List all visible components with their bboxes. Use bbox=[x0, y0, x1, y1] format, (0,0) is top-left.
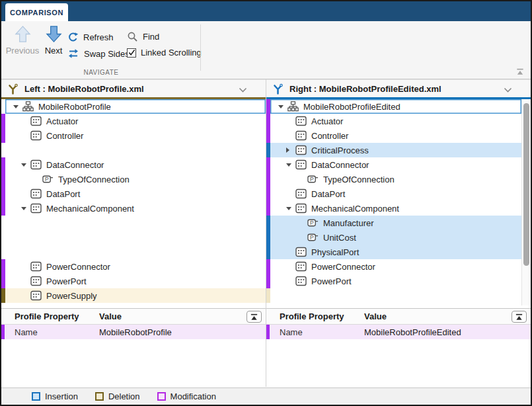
expander-icon[interactable] bbox=[21, 160, 30, 169]
chevron-down-icon[interactable] bbox=[239, 87, 247, 93]
branch-icon bbox=[272, 83, 284, 95]
legend-bar: Insertion Deletion Modification bbox=[1, 387, 531, 405]
tree-item-label: TypeOfConnection bbox=[58, 175, 130, 184]
tree-item[interactable]: Actuator bbox=[270, 114, 521, 128]
chevron-down-icon[interactable] bbox=[504, 87, 512, 93]
stereotype-icon bbox=[295, 203, 307, 214]
tree-item[interactable]: DataPort bbox=[270, 186, 521, 201]
next-label: Next bbox=[45, 46, 63, 56]
comparison-window: COMPARISON Previous Next Refresh Swap Si… bbox=[0, 0, 532, 406]
stereotype-icon bbox=[295, 188, 307, 199]
stereotype-icon bbox=[30, 276, 42, 286]
tree-item-inserted[interactable]: CriticalProcess bbox=[270, 143, 521, 157]
tab-comparison[interactable]: COMPARISON bbox=[5, 3, 68, 21]
tree-item-label: MobileRobotProfile bbox=[38, 102, 111, 112]
toolbar-separator bbox=[200, 24, 201, 71]
refresh-button[interactable]: Refresh bbox=[67, 32, 114, 43]
right-file-header[interactable]: Right : MobileRobotProfileEdited.xml bbox=[266, 79, 531, 99]
tree-item[interactable]: PowerPort bbox=[270, 274, 521, 288]
property-icon bbox=[307, 218, 319, 228]
tree-gap-row bbox=[5, 216, 266, 230]
tree-item-root[interactable]: MobileRobotProfileEdited bbox=[270, 99, 521, 114]
collapse-table-button[interactable] bbox=[247, 311, 262, 323]
stereotype-icon bbox=[295, 116, 307, 126]
toolbar-collapse-icon[interactable] bbox=[515, 67, 525, 76]
tree-item-inserted[interactable]: Manufacturer bbox=[270, 216, 521, 230]
left-file-header[interactable]: Left : MobileRobotProfile.xml bbox=[1, 79, 266, 99]
tree-item[interactable]: TypeOfConnection bbox=[270, 172, 521, 186]
search-icon bbox=[127, 31, 138, 42]
expander-icon[interactable] bbox=[286, 145, 295, 155]
tree-item[interactable]: DataConnector bbox=[5, 157, 266, 172]
property-name-cell: Name bbox=[266, 327, 364, 337]
vertical-scrollbar[interactable] bbox=[521, 99, 531, 305]
tree-item-label: CriticalProcess bbox=[311, 145, 369, 155]
title-tab-strip: COMPARISON bbox=[1, 1, 531, 21]
tree-item-deleted[interactable]: PowerSupply bbox=[5, 288, 266, 303]
tree-item-label: Actuator bbox=[311, 116, 343, 126]
insertion-swatch-icon bbox=[32, 392, 40, 401]
deletion-swatch-icon bbox=[95, 392, 104, 401]
find-button[interactable]: Find bbox=[127, 31, 159, 42]
tree-item[interactable]: Controller bbox=[270, 128, 521, 143]
tree-item[interactable]: TypeOfConnection bbox=[5, 172, 266, 186]
tree-item-inserted[interactable]: UnitCost bbox=[270, 230, 521, 245]
expander-icon[interactable] bbox=[286, 204, 295, 213]
tree-item-label: PhysicalPort bbox=[311, 247, 359, 257]
left-file-title: Left : MobileRobotProfile.xml bbox=[24, 84, 144, 94]
tree-item-label: PowerSupply bbox=[46, 291, 97, 301]
tree-item[interactable]: PowerConnector bbox=[270, 259, 521, 274]
tree-item[interactable]: Actuator bbox=[5, 114, 266, 128]
swap-icon bbox=[67, 48, 79, 59]
checkbox-checked-icon[interactable] bbox=[127, 48, 136, 58]
stereotype-icon bbox=[30, 159, 42, 170]
tree-item[interactable]: MechanicalComponent bbox=[5, 201, 266, 216]
swap-sides-button[interactable]: Swap Sides bbox=[67, 48, 130, 59]
tree-item-label: TypeOfConnection bbox=[323, 175, 395, 184]
property-value-cell: MobileRobotProfile bbox=[99, 327, 172, 337]
previous-button[interactable]: Previous bbox=[5, 25, 40, 56]
stereotype-icon bbox=[30, 188, 42, 199]
tree-gap-row bbox=[5, 143, 266, 157]
property-icon bbox=[307, 232, 319, 243]
tree-item-label: MobileRobotProfileEdited bbox=[303, 102, 400, 112]
expander-icon[interactable] bbox=[21, 204, 30, 213]
column-header-value: Value bbox=[364, 311, 387, 321]
tree-item[interactable]: Controller bbox=[5, 128, 266, 143]
tree-item-label: Manufacturer bbox=[323, 218, 374, 228]
branch-icon bbox=[7, 83, 19, 95]
tree-item-label: Controller bbox=[46, 131, 83, 141]
collapse-table-button[interactable] bbox=[512, 311, 527, 323]
tree-item[interactable]: DataPort bbox=[5, 186, 266, 201]
next-button[interactable]: Next bbox=[41, 25, 66, 56]
tree-item[interactable]: DataConnector bbox=[270, 157, 521, 172]
scrollbar-thumb[interactable] bbox=[523, 103, 529, 266]
table-header: Profile Property Value bbox=[266, 308, 531, 325]
expander-icon[interactable] bbox=[286, 160, 295, 169]
linked-scrolling-label: Linked Scrolling bbox=[141, 48, 202, 58]
tree-item-inserted[interactable]: PhysicalPort bbox=[270, 245, 521, 259]
stereotype-icon bbox=[30, 203, 42, 214]
tree-item[interactable]: PowerPort bbox=[5, 274, 266, 288]
expander-icon[interactable] bbox=[13, 102, 22, 111]
expander-icon[interactable] bbox=[278, 102, 287, 111]
tree-item-label: MechanicalComponent bbox=[311, 204, 399, 214]
column-header-value: Value bbox=[99, 311, 122, 321]
property-value-cell: MobileRobotProfileEdited bbox=[364, 327, 461, 337]
stereotype-icon bbox=[295, 276, 307, 286]
tree-item[interactable]: PowerConnector bbox=[5, 259, 266, 274]
legend-deletion-label: Deletion bbox=[108, 391, 140, 401]
tree-item[interactable]: MechanicalComponent bbox=[270, 201, 521, 216]
linked-scrolling-checkbox[interactable]: Linked Scrolling bbox=[127, 48, 202, 58]
column-header-property: Profile Property bbox=[1, 311, 99, 321]
arrow-down-icon bbox=[45, 25, 63, 43]
table-row[interactable]: Name MobileRobotProfileEdited bbox=[266, 325, 531, 339]
collapse-to-top-icon bbox=[515, 313, 523, 321]
arrow-up-icon bbox=[14, 25, 32, 43]
tree-item-label: PowerPort bbox=[311, 276, 352, 286]
stereotype-icon bbox=[295, 261, 307, 272]
swap-sides-label: Swap Sides bbox=[84, 49, 130, 59]
tree-item-root[interactable]: MobileRobotProfile bbox=[5, 99, 266, 114]
collapse-to-top-icon bbox=[250, 313, 258, 321]
table-row[interactable]: Name MobileRobotProfile bbox=[1, 325, 266, 339]
